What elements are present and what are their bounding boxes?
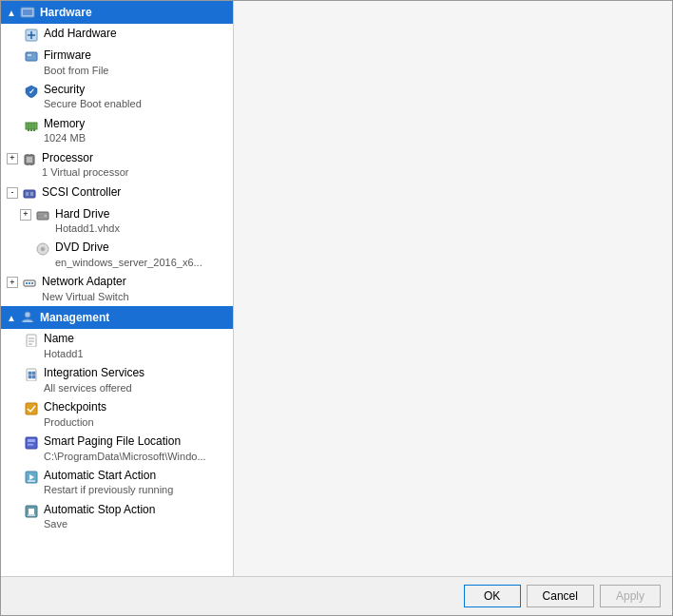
- svg-rect-5: [26, 52, 37, 61]
- svg-rect-12: [28, 129, 29, 131]
- svg-rect-47: [28, 444, 33, 446]
- dialog-body: ▲ Hardware Add Hardware: [1, 1, 672, 576]
- hard-drive-subtitle: Hotadd1.vhdx: [55, 221, 120, 235]
- integration-icon: [24, 367, 39, 382]
- hard-drive-expand[interactable]: +: [20, 209, 31, 221]
- add-hardware-title: Add Hardware: [44, 27, 117, 42]
- svg-rect-42: [29, 375, 31, 378]
- autostop-icon: [24, 504, 39, 519]
- name-subtitle: Hotadd1: [44, 347, 84, 360]
- svg-rect-45: [26, 437, 37, 449]
- svg-rect-32: [29, 282, 30, 284]
- security-subtitle: Secure Boot enabled: [44, 97, 142, 110]
- auto-stop-item[interactable]: Automatic Stop Action Save: [1, 500, 233, 534]
- svg-rect-44: [26, 403, 37, 414]
- hardware-section-header[interactable]: ▲ Hardware: [1, 1, 233, 24]
- management-chevron-icon: ▲: [7, 313, 16, 323]
- management-section-header[interactable]: ▲ Management: [1, 306, 233, 329]
- dvd-title: DVD Drive: [55, 241, 202, 256]
- processor-icon: [22, 152, 37, 167]
- auto-start-subtitle: Restart if previously running: [44, 483, 173, 496]
- hardware-section-icon: [20, 5, 35, 20]
- svg-rect-21: [24, 190, 35, 198]
- svg-rect-6: [28, 54, 31, 56]
- svg-text:✓: ✓: [29, 87, 35, 96]
- integration-title: Integration Services: [44, 366, 144, 381]
- processor-expand[interactable]: +: [7, 153, 18, 164]
- svg-point-29: [42, 249, 44, 251]
- processor-subtitle: 1 Virtual processor: [42, 165, 129, 179]
- security-title: Security: [44, 83, 142, 98]
- checkpoint-icon: [24, 401, 39, 416]
- svg-rect-1: [23, 10, 32, 15]
- hdd-icon: [35, 208, 50, 223]
- name-icon: [24, 333, 39, 348]
- auto-stop-subtitle: Save: [44, 517, 155, 530]
- name-item[interactable]: Name Hotadd1: [1, 329, 233, 363]
- firmware-icon: [24, 49, 39, 65]
- name-title: Name: [44, 332, 84, 347]
- management-section-icon: [20, 310, 35, 325]
- smart-paging-title: Smart Paging File Location: [44, 434, 206, 450]
- svg-rect-46: [28, 439, 35, 442]
- scsi-title: SCSI Controller: [42, 185, 121, 201]
- svg-rect-23: [30, 192, 33, 196]
- memory-icon: [24, 118, 39, 133]
- smart-paging-item[interactable]: Smart Paging File Location C:\ProgramDat…: [1, 432, 233, 466]
- hard-drive-title: Hard Drive: [55, 207, 120, 222]
- cancel-button[interactable]: Cancel: [527, 585, 594, 607]
- hard-drive-item[interactable]: + Hard Drive Hotadd1.vhdx: [1, 204, 233, 239]
- dvd-drive-item[interactable]: DVD Drive en_windows_server_2016_x6...: [1, 238, 233, 272]
- scsi-controller-item[interactable]: - SCSI Controller: [1, 183, 233, 204]
- svg-rect-14: [33, 129, 35, 131]
- svg-rect-16: [27, 157, 32, 163]
- svg-rect-33: [31, 282, 33, 284]
- paging-icon: [24, 435, 39, 451]
- security-icon: ✓: [24, 84, 39, 99]
- memory-subtitle: 1024 MB: [44, 131, 86, 144]
- svg-rect-31: [26, 282, 28, 284]
- memory-title: Memory: [44, 117, 86, 132]
- svg-rect-52: [29, 509, 34, 514]
- svg-rect-35: [27, 335, 36, 347]
- ok-button[interactable]: OK: [464, 585, 521, 607]
- svg-rect-41: [32, 372, 35, 375]
- auto-start-title: Automatic Start Action: [44, 469, 173, 484]
- smart-paging-subtitle: C:\ProgramData\Microsoft\Windo...: [44, 450, 206, 463]
- hardware-section-label: Hardware: [40, 6, 92, 19]
- integration-services-item[interactable]: Integration Services All services offere…: [1, 363, 233, 397]
- network-adapter-item[interactable]: + Network Adapter New Virtual Switch: [1, 272, 233, 306]
- scsi-expand[interactable]: -: [7, 187, 18, 199]
- svg-point-34: [25, 312, 30, 318]
- checkpoints-item[interactable]: Checkpoints Production: [1, 397, 233, 432]
- main-content-area: [234, 1, 672, 576]
- network-icon: [22, 276, 37, 291]
- management-section-label: Management: [40, 311, 109, 324]
- processor-title: Processor: [42, 151, 129, 166]
- firmware-title: Firmware: [44, 48, 108, 64]
- svg-point-25: [45, 214, 48, 217]
- svg-rect-13: [30, 129, 32, 131]
- auto-start-item[interactable]: Automatic Start Action Restart if previo…: [1, 466, 233, 500]
- dvd-icon: [35, 241, 50, 257]
- hardware-chevron-icon: ▲: [7, 8, 16, 18]
- integration-subtitle: All services offered: [44, 381, 144, 395]
- auto-stop-title: Automatic Stop Action: [44, 503, 155, 518]
- add-hardware-icon: [24, 28, 39, 43]
- add-hardware-item[interactable]: Add Hardware: [1, 24, 233, 46]
- checkpoints-title: Checkpoints: [44, 400, 106, 415]
- firmware-item[interactable]: Firmware Boot from File: [1, 46, 233, 80]
- apply-button[interactable]: Apply: [600, 585, 661, 607]
- network-title: Network Adapter: [42, 275, 129, 290]
- processor-item[interactable]: + Processor 1 Virtual processor: [1, 148, 233, 183]
- security-item[interactable]: ✓ Security Secure Boot enabled: [1, 80, 233, 114]
- memory-item[interactable]: Memory 1024 MB: [1, 114, 233, 148]
- svg-rect-43: [32, 375, 35, 378]
- svg-rect-39: [27, 369, 36, 381]
- network-expand[interactable]: +: [7, 277, 18, 288]
- checkpoints-subtitle: Production: [44, 415, 106, 429]
- dvd-subtitle: en_windows_server_2016_x6...: [55, 256, 202, 269]
- svg-rect-40: [29, 372, 31, 375]
- dialog-footer: OK Cancel Apply: [1, 576, 672, 615]
- firmware-subtitle: Boot from File: [44, 64, 108, 77]
